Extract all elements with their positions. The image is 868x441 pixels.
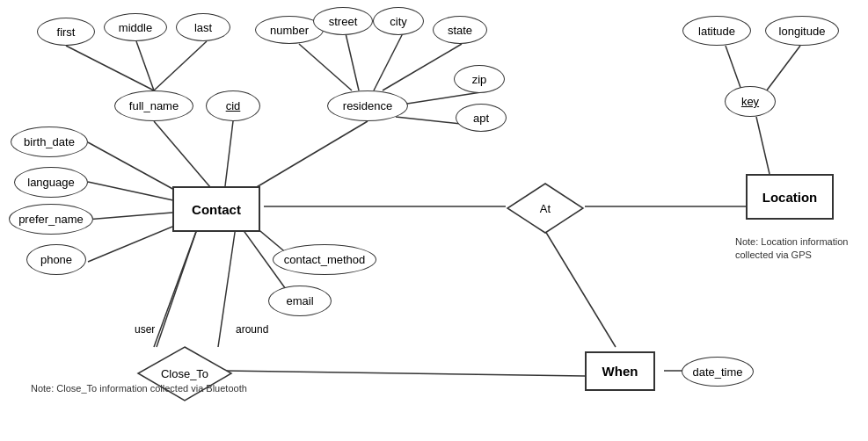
date-time-attr: date_time	[682, 357, 754, 387]
street-attr: street	[313, 7, 373, 35]
svg-line-9	[246, 121, 368, 193]
zip-attr: zip	[454, 65, 505, 93]
svg-line-4	[224, 121, 233, 193]
full-name-attr: full_name	[114, 90, 193, 121]
around-label: around	[236, 323, 268, 336]
location-entity: Location	[746, 174, 834, 220]
latitude-attr: latitude	[682, 16, 751, 46]
middle-attr: middle	[104, 13, 167, 41]
svg-line-0	[66, 46, 154, 90]
location-note: Note: Location information collected via…	[735, 235, 868, 263]
svg-line-13	[383, 44, 462, 90]
at-relationship: At	[506, 182, 585, 235]
first-attr: first	[37, 18, 95, 46]
svg-line-23	[545, 231, 616, 347]
svg-line-25	[157, 227, 198, 347]
svg-line-22	[763, 46, 800, 95]
cid-attr: cid	[206, 90, 260, 121]
svg-line-27	[224, 371, 585, 376]
svg-line-20	[756, 117, 770, 174]
when-label: When	[602, 364, 638, 379]
close-to-label: Close_To	[161, 367, 208, 380]
contact-method-attr: contact_method	[273, 244, 376, 275]
at-label: At	[540, 202, 551, 215]
city-attr: city	[373, 7, 424, 35]
location-label: Location	[762, 190, 818, 205]
state-attr: state	[433, 16, 487, 44]
apt-attr: apt	[456, 104, 507, 132]
svg-line-26	[218, 227, 236, 347]
svg-line-12	[374, 33, 403, 90]
birth-date-attr: birth_date	[11, 127, 88, 157]
when-entity: When	[585, 351, 655, 391]
contact-label: Contact	[192, 202, 241, 217]
email-attr: email	[268, 286, 332, 316]
svg-line-2	[154, 41, 207, 90]
svg-line-10	[299, 44, 352, 90]
bluetooth-note: Note: Close_To information collected via…	[31, 382, 247, 395]
user-label: user	[135, 323, 155, 336]
prefer-name-attr: prefer_name	[9, 204, 93, 235]
svg-line-14	[396, 92, 481, 105]
svg-line-1	[136, 41, 154, 90]
svg-line-11	[346, 33, 359, 90]
language-attr: language	[14, 167, 88, 198]
phone-attr: phone	[26, 244, 86, 275]
contact-entity: Contact	[172, 186, 260, 232]
longitude-attr: longitude	[765, 16, 839, 46]
diagram-canvas: Contact Location When At Close_To first …	[0, 0, 868, 441]
key-attr: key	[725, 86, 776, 117]
last-attr: last	[176, 13, 230, 41]
svg-line-28	[154, 227, 198, 347]
svg-line-3	[154, 121, 215, 193]
residence-attr: residence	[327, 90, 408, 121]
